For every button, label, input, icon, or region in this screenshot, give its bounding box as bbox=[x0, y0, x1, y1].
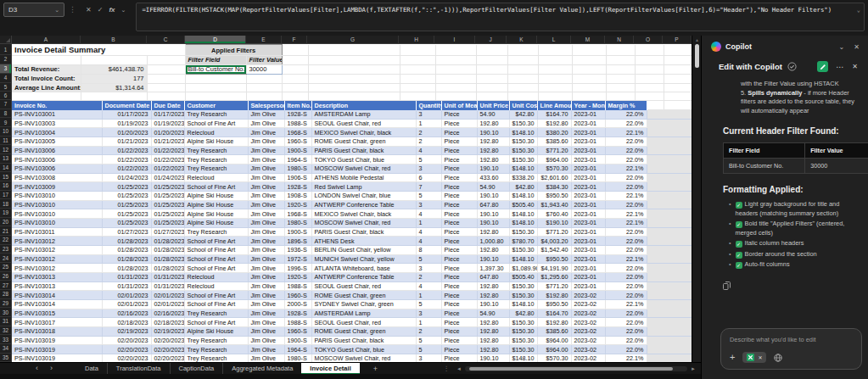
sheet-tab-data[interactable]: Data bbox=[76, 363, 107, 375]
cell[interactable]: 2023-01 bbox=[571, 281, 605, 291]
empty-cells[interactable] bbox=[647, 137, 692, 147]
cell[interactable]: 22.0% bbox=[605, 227, 647, 237]
cell[interactable]: 192.80 bbox=[477, 281, 509, 291]
cell[interactable]: 01/22/2023 bbox=[102, 155, 151, 164]
cell[interactable]: Jim Olive bbox=[248, 336, 284, 345]
empty-cells[interactable] bbox=[647, 227, 692, 237]
cell[interactable]: $148.10 bbox=[509, 164, 537, 174]
cell[interactable]: School of Fine Art bbox=[184, 237, 248, 246]
cell[interactable]: 01/25/2023 bbox=[102, 200, 151, 209]
table-header-unit-cost[interactable]: Unit Cost bbox=[509, 101, 537, 110]
cell[interactable]: Jim Olive bbox=[248, 354, 284, 362]
cell[interactable]: PS-INV103001 bbox=[12, 110, 102, 120]
cell[interactable]: School of Fine Art bbox=[184, 119, 248, 128]
empty-cells[interactable] bbox=[647, 128, 692, 137]
cell[interactable]: 02/18/2023 bbox=[102, 318, 151, 327]
cell[interactable]: 01/22/2023 bbox=[102, 146, 151, 155]
table-header-quantity[interactable]: Quantity bbox=[416, 101, 441, 110]
cell[interactable]: 1908-S bbox=[284, 192, 311, 201]
cell[interactable]: ROME Guest Chair, green bbox=[311, 291, 416, 300]
cell[interactable]: 2023-01 bbox=[571, 273, 605, 282]
cell[interactable]: Jim Olive bbox=[248, 192, 284, 201]
row-header-4[interactable]: 4 bbox=[0, 74, 12, 83]
copilot-prompt-input[interactable]: Describe what you'd like to edit + ✕ bbox=[720, 328, 862, 370]
cell[interactable]: 2023-02 bbox=[571, 318, 605, 327]
cell[interactable]: Jim Olive bbox=[248, 155, 284, 164]
cell[interactable]: Trey Research bbox=[184, 155, 248, 164]
row-header-23[interactable]: 23 bbox=[0, 245, 12, 254]
cell[interactable]: 01/25/2023 bbox=[102, 192, 151, 201]
cell[interactable]: Alpine Ski House bbox=[184, 327, 248, 337]
cell[interactable]: 02/20/2023 bbox=[151, 336, 184, 345]
cell[interactable]: $771.20 bbox=[537, 146, 571, 155]
cell[interactable]: 01/25/2023 bbox=[151, 182, 184, 192]
empty-cells[interactable] bbox=[282, 92, 692, 101]
cell[interactable]: Jim Olive bbox=[248, 173, 284, 182]
cell[interactable]: 2 bbox=[416, 137, 441, 147]
table-header-unit-price[interactable]: Unit Price bbox=[477, 101, 509, 110]
cell[interactable]: $148.10 bbox=[509, 354, 537, 362]
cell[interactable]: MUNICH Swivel Chair, yellow bbox=[311, 254, 416, 264]
row-header-14[interactable]: 14 bbox=[0, 164, 12, 173]
cell[interactable]: 3 bbox=[416, 354, 441, 362]
column-header-k[interactable]: K bbox=[507, 36, 537, 44]
cell[interactable] bbox=[147, 83, 185, 92]
cell[interactable]: $192.80 bbox=[537, 119, 571, 128]
cell[interactable]: Piece bbox=[441, 273, 477, 282]
empty-cells[interactable] bbox=[647, 273, 692, 282]
cell[interactable]: 01/27/2023 bbox=[102, 227, 151, 237]
cell[interactable]: 2023-01 bbox=[571, 182, 605, 192]
cell[interactable]: 190.10 bbox=[477, 209, 509, 219]
cell[interactable]: Jim Olive bbox=[248, 128, 284, 137]
cell[interactable]: 22.0% bbox=[605, 119, 647, 128]
cell[interactable] bbox=[185, 75, 246, 84]
cell[interactable]: 192.80 bbox=[477, 291, 509, 300]
cell[interactable]: PS-INV103012 bbox=[12, 237, 102, 246]
cell[interactable] bbox=[246, 75, 282, 84]
cell[interactable]: ANTWERP Conference Table bbox=[311, 200, 416, 209]
cell[interactable]: 2023-01 bbox=[571, 209, 605, 219]
cell[interactable]: Trey Research bbox=[184, 227, 248, 237]
cell[interactable]: 22.1% bbox=[605, 164, 647, 174]
cell[interactable]: 22.1% bbox=[605, 192, 647, 201]
filter-value-header-cell[interactable]: Filter Value bbox=[246, 56, 282, 65]
cell[interactable]: 01/17/2023 bbox=[102, 110, 151, 120]
empty-cells[interactable] bbox=[647, 300, 692, 309]
cell[interactable]: ANTWERP Conference Table bbox=[311, 273, 416, 282]
cell[interactable]: Piece bbox=[441, 309, 477, 318]
cell[interactable]: $150.30 bbox=[509, 246, 537, 255]
empty-cells[interactable] bbox=[647, 345, 692, 354]
name-box-chevron-icon[interactable]: ⌄ bbox=[54, 7, 59, 14]
cell[interactable]: Piece bbox=[441, 354, 477, 362]
cell[interactable]: 02/20/2023 bbox=[151, 354, 184, 362]
empty-cells[interactable] bbox=[647, 318, 692, 327]
cell[interactable]: 1900-S bbox=[284, 336, 311, 345]
cell[interactable]: 1 bbox=[416, 291, 441, 300]
cell[interactable]: $150.30 bbox=[509, 345, 537, 354]
cell[interactable] bbox=[147, 56, 185, 65]
cell[interactable]: $780.70 bbox=[509, 237, 537, 246]
cell[interactable]: Piece bbox=[441, 237, 477, 246]
cell[interactable]: 22.0% bbox=[605, 264, 647, 273]
empty-cells[interactable] bbox=[647, 146, 692, 155]
cell[interactable]: PS-INV103019 bbox=[12, 345, 102, 354]
cell[interactable]: TOKYO Guest Chair, blue bbox=[311, 345, 416, 354]
cell[interactable]: Piece bbox=[441, 110, 477, 120]
cell[interactable]: LONDON Swivel Chair, blue bbox=[311, 192, 416, 201]
cell[interactable]: Piece bbox=[441, 291, 477, 300]
empty-cells[interactable] bbox=[647, 101, 692, 110]
cell[interactable]: Trey Research bbox=[184, 164, 248, 174]
remove-context-icon[interactable]: ✕ bbox=[758, 354, 762, 360]
cell[interactable]: Jim Olive bbox=[248, 291, 284, 300]
cell[interactable]: 54.90 bbox=[477, 309, 509, 318]
row-header-16[interactable]: 16 bbox=[0, 181, 12, 191]
row-header-2[interactable]: 2 bbox=[0, 55, 12, 64]
empty-cells[interactable] bbox=[647, 237, 692, 246]
cell[interactable]: 5 bbox=[416, 345, 441, 354]
cell[interactable]: Jim Olive bbox=[248, 182, 284, 192]
cell[interactable]: 01/19/2023 bbox=[151, 119, 184, 128]
cell[interactable]: 22.0% bbox=[605, 281, 647, 291]
cell[interactable]: $150.30 bbox=[509, 336, 537, 345]
total-revenue-value-cell[interactable]: $461,438.70 bbox=[81, 64, 147, 75]
cell[interactable]: 8 bbox=[416, 246, 441, 255]
